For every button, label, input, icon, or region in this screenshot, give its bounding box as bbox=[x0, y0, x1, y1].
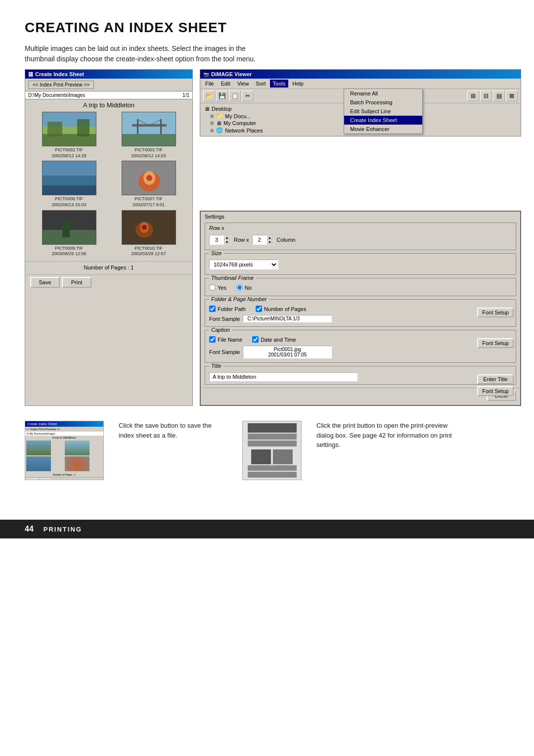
size-dropdown[interactable]: 1024x768 pixels bbox=[209, 260, 278, 269]
radio-no-label[interactable]: No bbox=[236, 284, 252, 291]
num-pages-check-text: Number of Pages bbox=[264, 306, 307, 312]
row-down-arrow[interactable]: ▼ bbox=[223, 240, 230, 244]
settings-bottom-row: Close bbox=[201, 388, 520, 403]
radio-no[interactable] bbox=[236, 284, 243, 291]
thumbnail-frame-section: Thumbnail Frame Yes No bbox=[205, 278, 516, 296]
toolbar-btn-view3[interactable]: ▤ bbox=[493, 90, 505, 101]
thumb-cell-2: PICT0003.TIF2002/06/12 14:03 bbox=[110, 112, 187, 159]
index-prev-btn[interactable]: << Index Print Preview >> bbox=[28, 81, 94, 89]
mini-save-btn: Save bbox=[27, 479, 39, 480]
thumb-label-5: PICT0009.TIF2003/08/25 12:56 bbox=[51, 246, 86, 257]
folder-font-setup-btn[interactable]: Font Setup bbox=[477, 308, 514, 317]
title-buttons: Enter Title Font Setup bbox=[477, 374, 514, 396]
folder-page-section: Folder & Page Number Folder Path Number … bbox=[205, 299, 516, 327]
toolbar-btn-1[interactable]: 📂 bbox=[203, 90, 215, 101]
create-index-window: 🖼 Create Index Sheet << Index Print Prev… bbox=[25, 69, 193, 406]
folder-font-sample-box: C:\Picture\MINOLTA 1/3 bbox=[243, 315, 332, 322]
row-x-column-legend: Row x bbox=[209, 225, 512, 231]
caption-font-setup-btn[interactable]: Font Setup bbox=[477, 338, 514, 348]
col-down-arrow[interactable]: ▼ bbox=[267, 240, 273, 244]
tools-rename-all[interactable]: Rename All bbox=[344, 89, 422, 98]
thumb-img-3 bbox=[42, 161, 96, 195]
viewer-app-icon: 📷 bbox=[203, 72, 209, 77]
radio-yes-text: Yes bbox=[218, 285, 226, 291]
folder-path-label[interactable]: Folder Path bbox=[209, 306, 246, 312]
svg-rect-4 bbox=[77, 119, 89, 136]
toolbar-btn-view1[interactable]: ⊞ bbox=[467, 90, 479, 101]
toolbar-btn-2[interactable]: 💾 bbox=[216, 90, 228, 101]
my-docs-label: My Docu... bbox=[225, 113, 251, 119]
tools-edit-subject[interactable]: Edit Subject Line bbox=[344, 107, 422, 116]
row-input[interactable] bbox=[210, 237, 223, 243]
tools-create-index[interactable]: Create Index Sheet bbox=[344, 116, 422, 125]
caption-checkboxes: File Name Date and Time bbox=[209, 332, 471, 343]
thumb-cell-4: PICT0007.TIF2002/07/17 9:01 bbox=[110, 161, 187, 208]
save-button[interactable]: Save bbox=[30, 277, 60, 288]
folder-path-checkbox[interactable] bbox=[209, 306, 216, 312]
file-name-label[interactable]: File Name bbox=[209, 336, 242, 343]
title-input[interactable] bbox=[209, 372, 357, 381]
folder-path-label-text: Folder Path bbox=[218, 306, 246, 312]
mini-thumb-3 bbox=[26, 456, 51, 471]
mini-save-path: D:\My Documents\Images bbox=[25, 432, 103, 436]
enter-title-btn[interactable]: Enter Title bbox=[477, 374, 514, 384]
caption-legend: Caption bbox=[209, 327, 232, 333]
title-legend: Title bbox=[209, 363, 223, 369]
mini-print-thumb-1 bbox=[251, 449, 271, 464]
toolbar-btn-4[interactable]: ✂ bbox=[242, 90, 254, 101]
num-pages-checkbox[interactable] bbox=[256, 306, 262, 312]
mini-print-small-1 bbox=[248, 434, 297, 440]
toolbar-btn-view2[interactable]: ⊟ bbox=[480, 90, 492, 101]
title-input-row bbox=[209, 368, 471, 381]
tools-batch-processing[interactable]: Batch Processing bbox=[344, 98, 422, 107]
radio-yes[interactable] bbox=[209, 284, 216, 291]
page-info-text: 1/1 bbox=[182, 92, 189, 98]
thumb-img-4 bbox=[122, 161, 176, 195]
viewer-title-text: DiMAGE Viewer bbox=[211, 71, 252, 77]
menu-sort[interactable]: Sort bbox=[253, 80, 268, 88]
tools-movie-enhancer[interactable]: Movie Enhancer bbox=[344, 125, 422, 133]
save-instruction-text: Click the save button to save the index … bbox=[119, 421, 227, 440]
network-label: Network Places bbox=[225, 128, 263, 133]
title-font-setup-btn[interactable]: Font Setup bbox=[477, 386, 514, 396]
mini-print-small-4 bbox=[248, 472, 297, 478]
menu-file[interactable]: File bbox=[202, 80, 217, 88]
row-spinner[interactable]: ▲ ▼ bbox=[209, 235, 231, 245]
mini-num-pages: Number of Pages : 1 bbox=[25, 472, 103, 477]
file-name-checkbox[interactable] bbox=[209, 336, 216, 343]
index-album-title: A trip to Middleton bbox=[25, 99, 192, 110]
tools-dropdown: Rename All Batch Processing Edit Subject… bbox=[344, 89, 423, 134]
radio-yes-label[interactable]: Yes bbox=[209, 284, 226, 291]
toolbar-btn-3[interactable]: 📋 bbox=[229, 90, 241, 101]
toolbar-btn-view4[interactable]: ⊠ bbox=[506, 90, 518, 101]
num-pages-check-label[interactable]: Number of Pages bbox=[256, 306, 307, 312]
my-docs-icon: 📁 bbox=[216, 113, 223, 119]
col-up-arrow[interactable]: ▲ bbox=[267, 235, 273, 240]
menu-view[interactable]: View bbox=[234, 80, 252, 88]
mini-bottom-btns: Save Print bbox=[25, 477, 103, 480]
folder-page-legend: Folder & Page Number bbox=[209, 296, 269, 302]
caption-font-sample-label: Font Sample bbox=[209, 349, 240, 355]
row-up-arrow[interactable]: ▲ bbox=[223, 235, 230, 240]
col-input[interactable] bbox=[253, 237, 267, 243]
mini-thumb-2 bbox=[65, 441, 89, 455]
menu-help[interactable]: Help bbox=[289, 80, 307, 88]
print-button[interactable]: Print bbox=[62, 277, 91, 288]
svg-rect-9 bbox=[160, 119, 162, 134]
mini-print-small-2 bbox=[248, 441, 297, 446]
svg-point-18 bbox=[146, 175, 152, 181]
date-time-label[interactable]: Date and Time bbox=[252, 336, 296, 343]
svg-rect-14 bbox=[43, 185, 96, 195]
footer-page-number: 44 bbox=[25, 525, 34, 534]
col-spinner[interactable]: ▲ ▼ bbox=[252, 235, 274, 245]
folder-page-checkboxes: Folder Path Number of Pages bbox=[209, 302, 471, 312]
svg-rect-21 bbox=[62, 220, 70, 237]
date-time-checkbox[interactable] bbox=[252, 336, 259, 343]
index-nav-bar: << Index Print Preview >> bbox=[25, 79, 192, 91]
mini-save-nav: << Index Print Preview >> bbox=[25, 427, 103, 432]
mini-print-bar-1 bbox=[248, 423, 297, 433]
svg-rect-6 bbox=[122, 134, 176, 146]
menu-edit[interactable]: Edit bbox=[218, 80, 233, 88]
menu-tools[interactable]: Tools bbox=[270, 80, 289, 88]
row-x-column-section: Row x ▲ ▼ Row x bbox=[205, 222, 516, 250]
